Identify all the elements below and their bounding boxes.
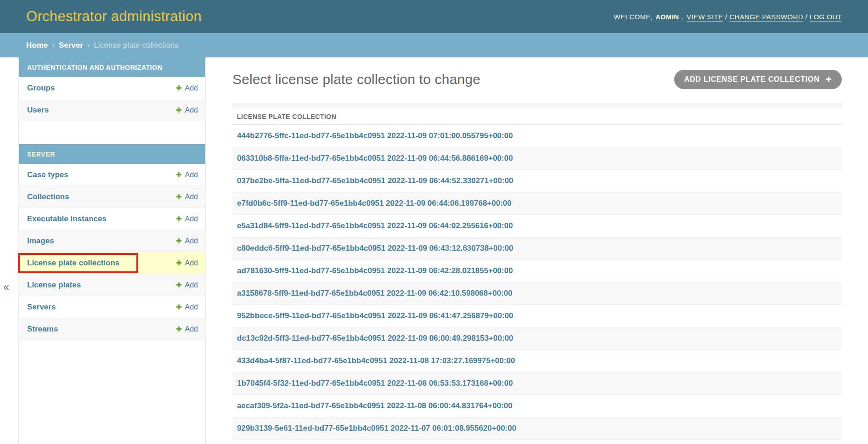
add-license-plates-link[interactable]: ✚ Add <box>176 281 198 289</box>
collection-link[interactable]: aecaf309-5f2a-11ed-bd77-65e1bb4c0951 202… <box>237 401 513 410</box>
breadcrumb-link[interactable]: Home <box>26 41 48 50</box>
table-row: c80eddc6-5ff9-11ed-bd77-65e1bb4c0951 202… <box>232 237 842 260</box>
sidebar-item-users: Users ✚ Add <box>19 99 205 121</box>
sidebar-section-header: AUTHENTICATION AND AUTHORIZATION <box>19 57 205 77</box>
welcome-text: WELCOME, <box>614 13 653 21</box>
plus-icon: ✚ <box>176 84 182 92</box>
plus-icon: ✚ <box>176 325 182 333</box>
column-header: LICENSE PLATE COLLECTION <box>232 108 842 125</box>
table-row: 433d4ba4-5f87-11ed-bd77-65e1bb4c0951 202… <box>232 350 842 372</box>
add-license-plate-collections-link[interactable]: ✚ Add <box>176 259 198 267</box>
collection-link[interactable]: ad781630-5ff9-11ed-bd77-65e1bb4c0951 202… <box>237 266 513 275</box>
changelist-toolbar-strip <box>232 103 842 108</box>
plus-icon: ✚ <box>176 215 182 223</box>
add-label: Add <box>185 106 198 114</box>
sidebar-item-executable-instances: Executable instances ✚ Add <box>19 208 205 230</box>
collection-link[interactable]: 929b3139-5e61-11ed-bd77-65e1bb4c0951 202… <box>237 424 516 433</box>
add-label: Add <box>185 237 198 245</box>
collection-link[interactable]: a3158678-5ff9-11ed-bd77-65e1bb4c0951 202… <box>237 289 513 298</box>
user-tools: WELCOME, ADMIN. VIEW SITE / CHANGE PASSW… <box>614 13 842 21</box>
sidebar-model-link-groups[interactable]: Groups <box>27 84 55 93</box>
sidebar: AUTHENTICATION AND AUTHORIZATION Groups … <box>18 57 206 444</box>
add-streams-link[interactable]: ✚ Add <box>176 325 198 333</box>
collection-link[interactable]: 063310b8-5ffa-11ed-bd77-65e1bb4c0951 202… <box>237 154 513 163</box>
collection-link[interactable]: dc13c92d-5ff3-11ed-bd77-65e1bb4c0951 202… <box>237 334 513 343</box>
plus-icon: ✚ <box>176 259 182 267</box>
add-label: Add <box>185 171 198 179</box>
sidebar-model-link-streams[interactable]: Streams <box>27 325 58 334</box>
add-users-link[interactable]: ✚ Add <box>176 106 198 114</box>
sidebar-model-link-license-plate-collections[interactable]: License plate collections <box>27 259 119 268</box>
add-label: Add <box>185 281 198 289</box>
sidebar-item-images: Images ✚ Add <box>19 230 205 252</box>
collection-link[interactable]: 444b2776-5ffc-11ed-bd77-65e1bb4c0951 202… <box>237 131 513 141</box>
add-collections-link[interactable]: ✚ Add <box>176 193 198 201</box>
collection-link[interactable]: e5a31d84-5ff9-11ed-bd77-65e1bb4c0951 202… <box>237 221 513 230</box>
collection-link[interactable]: 1b7045f4-5f32-11ed-bd77-65e1bb4c0951 202… <box>237 379 513 388</box>
plus-icon: ✚ <box>176 237 182 245</box>
add-label: Add <box>185 215 198 223</box>
add-label: Add <box>185 193 198 201</box>
user-tools-link-change-password[interactable]: CHANGE PASSWORD <box>729 13 803 22</box>
site-title: Orchestrator administration <box>26 8 202 25</box>
plus-icon: ✚ <box>176 106 182 114</box>
user-tools-link-log-out[interactable]: LOG OUT <box>810 13 842 22</box>
sidebar-item-case-types: Case types ✚ Add <box>19 164 205 186</box>
sidebar-model-link-license-plates[interactable]: License plates <box>27 281 81 290</box>
sidebar-model-link-case-types[interactable]: Case types <box>27 170 68 180</box>
add-case-types-link[interactable]: ✚ Add <box>176 171 198 179</box>
collection-link[interactable]: 952bbece-5ff9-11ed-bd77-65e1bb4c0951 202… <box>237 311 513 320</box>
main-content: Select license plate collection to chang… <box>206 57 868 444</box>
sidebar-model-link-collections[interactable]: Collections <box>27 192 69 202</box>
sidebar-item-groups: Groups ✚ Add <box>19 77 205 99</box>
table-row: e5a31d84-5ff9-11ed-bd77-65e1bb4c0951 202… <box>232 215 842 237</box>
add-button-label: ADD LICENSE PLATE COLLECTION <box>684 75 820 84</box>
breadcrumb-separator: › <box>52 41 55 50</box>
sidebar-item-license-plates: License plates ✚ Add <box>19 274 205 296</box>
table-row: 1b7045f4-5f32-11ed-bd77-65e1bb4c0951 202… <box>232 372 842 395</box>
collection-link[interactable]: e7fd0b6c-5ff9-11ed-bd77-65e1bb4c0951 202… <box>237 199 512 208</box>
plus-icon: ✚ <box>176 303 182 311</box>
plus-icon: ✚ <box>176 193 182 201</box>
user-tools-link-view-site[interactable]: VIEW SITE <box>687 13 723 22</box>
add-label: Add <box>185 259 198 267</box>
table-row: e7fd0b6c-5ff9-11ed-bd77-65e1bb4c0951 202… <box>232 192 842 215</box>
username: ADMIN <box>655 13 679 21</box>
plus-icon: ✚ <box>826 75 832 84</box>
table-row: aecaf309-5f2a-11ed-bd77-65e1bb4c0951 202… <box>232 395 842 417</box>
add-executable-instances-link[interactable]: ✚ Add <box>176 215 198 223</box>
sidebar-item-collections: Collections ✚ Add <box>19 186 205 208</box>
user-tools-separator: / <box>803 13 810 21</box>
add-label: Add <box>185 325 198 333</box>
add-images-link[interactable]: ✚ Add <box>176 237 198 245</box>
breadcrumb-link[interactable]: Server <box>59 41 83 50</box>
sidebar-item-servers: Servers ✚ Add <box>19 296 205 318</box>
sidebar-collapse-icon[interactable]: « <box>3 281 9 293</box>
plus-icon: ✚ <box>176 171 182 179</box>
sidebar-item-streams: Streams ✚ Add <box>19 318 205 340</box>
results-table: LICENSE PLATE COLLECTION 444b2776-5ffc-1… <box>232 108 842 440</box>
sidebar-model-link-images[interactable]: Images <box>27 236 54 246</box>
table-row: a3158678-5ff9-11ed-bd77-65e1bb4c0951 202… <box>232 282 842 305</box>
sidebar-collapse-gutter: « <box>0 57 18 444</box>
collection-link[interactable]: 433d4ba4-5f87-11ed-bd77-65e1bb4c0951 202… <box>237 356 515 365</box>
table-row: 444b2776-5ffc-11ed-bd77-65e1bb4c0951 202… <box>232 125 842 147</box>
sidebar-model-link-executable-instances[interactable]: Executable instances <box>27 214 107 224</box>
table-row: ad781630-5ff9-11ed-bd77-65e1bb4c0951 202… <box>232 260 842 282</box>
sidebar-model-link-servers[interactable]: Servers <box>27 303 56 312</box>
username-suffix: . <box>682 13 684 21</box>
app-header: Orchestrator administration WELCOME, ADM… <box>0 0 868 33</box>
collection-link[interactable]: 037be2be-5ffa-11ed-bd77-65e1bb4c0951 202… <box>237 176 513 185</box>
add-groups-link[interactable]: ✚ Add <box>176 84 198 92</box>
table-row: 929b3139-5e61-11ed-bd77-65e1bb4c0951 202… <box>232 417 842 440</box>
add-label: Add <box>185 84 198 92</box>
sidebar-model-link-users[interactable]: Users <box>27 106 49 115</box>
sidebar-section-gap <box>19 121 205 144</box>
add-label: Add <box>185 303 198 311</box>
breadcrumb-separator: › <box>87 41 90 50</box>
sidebar-section-header: SERVER <box>19 144 205 164</box>
add-servers-link[interactable]: ✚ Add <box>176 303 198 311</box>
add-license-plate-collection-button[interactable]: ADD LICENSE PLATE COLLECTION ✚ <box>674 70 842 89</box>
table-row: 952bbece-5ff9-11ed-bd77-65e1bb4c0951 202… <box>232 305 842 327</box>
collection-link[interactable]: c80eddc6-5ff9-11ed-bd77-65e1bb4c0951 202… <box>237 244 513 253</box>
